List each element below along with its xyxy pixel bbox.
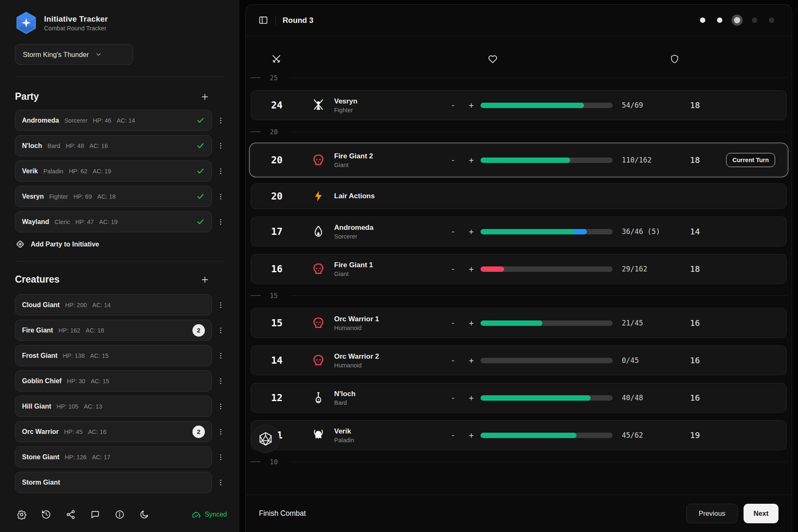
hp-increase-button[interactable]: + xyxy=(462,264,480,273)
hp-decrease-button[interactable]: - xyxy=(444,431,462,440)
combatant-class: Humanoid xyxy=(334,325,440,331)
hp-increase-button[interactable]: + xyxy=(462,155,480,165)
history-icon[interactable] xyxy=(41,510,51,520)
creature-name: Cloud Giant xyxy=(22,301,60,309)
kebab-menu-icon[interactable] xyxy=(212,377,229,385)
initiative-value: 12 xyxy=(251,392,303,403)
kebab-menu-icon[interactable] xyxy=(212,192,229,201)
add-party-to-initiative-button[interactable]: Add Party to Initiative xyxy=(15,239,99,249)
ac-value: 18 xyxy=(675,155,715,165)
member-ac: AC: 16 xyxy=(89,143,108,149)
settings-gear-icon[interactable] xyxy=(17,510,27,520)
hp-decrease-button[interactable]: - xyxy=(444,101,462,110)
check-icon xyxy=(196,192,205,201)
hp-increase-button[interactable]: + xyxy=(462,356,480,365)
creature-card[interactable]: Orc Warrior HP: 45 AC: 16 2 xyxy=(15,421,212,442)
initiative-divider: 15 xyxy=(251,291,787,300)
creature-card[interactable]: Storm Giant xyxy=(15,472,212,493)
share-icon[interactable] xyxy=(66,510,76,520)
add-party-member-button[interactable] xyxy=(200,91,211,102)
hp-decrease-button[interactable]: - xyxy=(444,227,462,236)
party-member-card[interactable]: Wayland Cleric HP: 47 AC: 19 xyxy=(15,211,212,232)
kebab-menu-icon[interactable] xyxy=(212,142,229,150)
kebab-menu-icon[interactable] xyxy=(212,453,229,461)
column-headers xyxy=(251,36,787,70)
initiative-row-fire-giant-2[interactable]: 20 Fire Giant 2 Giant - + 110/162 18 Cur… xyxy=(251,144,787,176)
sidebar-toggle-icon[interactable] xyxy=(255,12,271,29)
list-item: Stone Giant HP: 126 AC: 17 xyxy=(15,446,229,468)
kebab-menu-icon[interactable] xyxy=(212,402,229,411)
party-member-card[interactable]: Vesryn Fighter HP: 69 AC: 18 xyxy=(15,186,212,207)
app-title: Initiative Tracker xyxy=(44,15,108,24)
skull-icon xyxy=(303,354,334,367)
member-hp: HP: 69 xyxy=(74,193,92,200)
round-dot-active[interactable] xyxy=(734,17,740,23)
divider-label: 10 xyxy=(270,458,278,466)
dark-mode-moon-icon[interactable] xyxy=(139,510,149,520)
initiative-row-vesryn[interactable]: 24 Vesryn Fighter - + 54/69 18 xyxy=(251,90,787,120)
kebab-menu-icon[interactable] xyxy=(212,352,229,360)
add-creature-button[interactable] xyxy=(200,274,211,285)
creature-card[interactable]: Frost Giant HP: 138 AC: 15 xyxy=(15,345,212,366)
initiative-row-orc-warrior-1[interactable]: 15 Orc Warrior 1 Humanoid - + 21/45 16 xyxy=(251,308,787,338)
initiative-row-orc-warrior-2[interactable]: 14 Orc Warrior 2 Humanoid - + 0/45 16 xyxy=(251,345,787,375)
initiative-row-lair-actions[interactable]: 20 Lair Actions xyxy=(251,183,787,209)
hp-decrease-button[interactable]: - xyxy=(444,393,462,402)
sidebar-toolbar: Synced xyxy=(0,497,239,532)
round-dot[interactable] xyxy=(752,17,757,23)
combatant-class: Giant xyxy=(334,271,440,277)
creature-card[interactable]: Cloud Giant HP: 200 AC: 14 xyxy=(15,294,212,315)
kebab-menu-icon[interactable] xyxy=(212,326,229,335)
hp-decrease-button[interactable]: - xyxy=(444,356,462,365)
creature-card[interactable]: Fire Giant HP: 162 AC: 18 2 xyxy=(15,320,212,341)
sidebar: Initiative Tracker Combat Round Tracker … xyxy=(0,0,239,532)
party-member-card[interactable]: N'loch Bard HP: 48 AC: 16 xyxy=(15,135,212,156)
dice-roll-button[interactable] xyxy=(251,425,280,453)
hp-value: 54/69 xyxy=(613,101,675,109)
ac-value: 16 xyxy=(675,393,715,403)
initiative-divider: 25 xyxy=(251,74,787,82)
kebab-menu-icon[interactable] xyxy=(212,167,229,175)
hp-increase-button[interactable]: + xyxy=(462,101,480,110)
party-member-card[interactable]: Andromeda Sorcerer HP: 46 AC: 14 xyxy=(15,110,212,131)
hp-decrease-button[interactable]: - xyxy=(444,264,462,273)
previous-turn-button[interactable]: Previous xyxy=(686,504,738,523)
finish-combat-button[interactable]: Finish Combat xyxy=(259,509,306,518)
initiative-row-fire-giant-1[interactable]: 16 Fire Giant 1 Giant - + 29/162 18 xyxy=(251,254,787,284)
combat-header: Round 3 xyxy=(246,5,792,36)
party-member-card[interactable]: Verik Paladin HP: 62 AC: 19 xyxy=(15,160,212,182)
creature-card[interactable]: Stone Giant HP: 126 AC: 17 xyxy=(15,446,212,468)
kebab-menu-icon[interactable] xyxy=(212,478,229,487)
creature-card[interactable]: Goblin Chief HP: 30 AC: 15 xyxy=(15,370,212,392)
combatant-class: Paladin xyxy=(334,437,440,443)
check-icon xyxy=(196,167,205,175)
round-dot[interactable] xyxy=(700,17,705,23)
lair-actions-label: Lair Actions xyxy=(334,192,782,200)
info-icon[interactable] xyxy=(115,510,125,520)
kebab-menu-icon[interactable] xyxy=(212,428,229,436)
initiative-swords-icon xyxy=(271,54,282,64)
initiative-row-verik[interactable]: 11 Verik Paladin - + 45/62 19 xyxy=(251,420,787,450)
hp-value: 110/162 xyxy=(613,156,675,164)
chat-icon[interactable] xyxy=(90,510,100,520)
campaign-select[interactable]: Storm King's Thunder xyxy=(15,44,133,65)
next-turn-button[interactable]: Next xyxy=(744,504,778,523)
hp-decrease-button[interactable]: - xyxy=(444,155,462,165)
hp-decrease-button[interactable]: - xyxy=(444,318,462,328)
creature-ac: AC: 15 xyxy=(90,352,108,359)
hp-increase-button[interactable]: + xyxy=(462,431,480,440)
ac-value: 18 xyxy=(675,264,715,274)
round-dot[interactable] xyxy=(769,17,774,23)
creature-card[interactable]: Hill Giant HP: 105 AC: 13 xyxy=(15,396,212,417)
kebab-menu-icon[interactable] xyxy=(212,218,229,226)
initiative-row-nloch[interactable]: 12 N'loch Bard - + 40/48 16 xyxy=(251,383,787,413)
kebab-menu-icon[interactable] xyxy=(212,116,229,125)
hp-increase-button[interactable]: + xyxy=(462,227,480,236)
hp-increase-button[interactable]: + xyxy=(462,318,480,328)
initiative-divider: 10 xyxy=(251,458,787,466)
kebab-menu-icon[interactable] xyxy=(212,301,229,309)
round-dot[interactable] xyxy=(717,17,722,23)
hp-increase-button[interactable]: + xyxy=(462,393,480,402)
creature-hp: HP: 138 xyxy=(63,352,84,359)
initiative-row-andromeda[interactable]: 17 Andromeda Sorcerer - + 36/46 (5) 14 xyxy=(251,217,787,246)
